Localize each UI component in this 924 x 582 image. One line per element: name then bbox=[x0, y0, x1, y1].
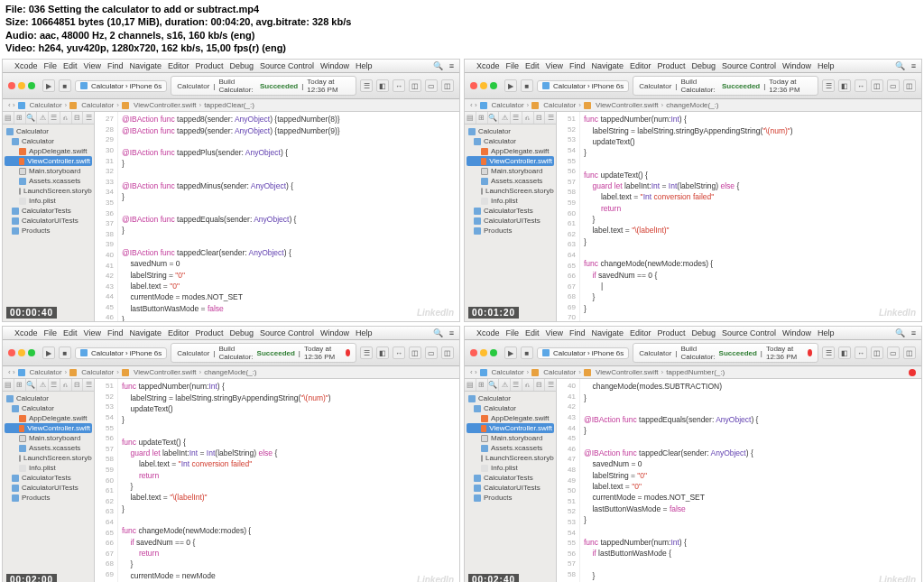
code-editor[interactable]: 27 28 29 30 31 32 33 34 35 36 37 38 39 4… bbox=[95, 112, 459, 321]
menu-extras-icon[interactable]: ≡ bbox=[449, 61, 454, 70]
watermark: LinkedIn bbox=[417, 308, 454, 318]
menu-file[interactable]: File bbox=[44, 61, 58, 70]
error-indicator-icon[interactable] bbox=[346, 349, 350, 356]
project-navigator[interactable]: ▤⊞🔍⚠☰⎌⊟☰ Calculator Calculator AppDelega… bbox=[3, 379, 95, 582]
window-controls[interactable] bbox=[8, 82, 35, 89]
menu-debug[interactable]: Debug bbox=[230, 61, 254, 70]
frame-timestamp: 00:01:20 bbox=[468, 307, 519, 319]
editor-standard-icon[interactable]: ☰ bbox=[360, 79, 373, 92]
code-editor[interactable]: 40 41 42 43 44 45 46 47 48 49 50 51 52 5… bbox=[557, 379, 921, 582]
folder-calculator[interactable]: Calculator bbox=[5, 136, 92, 146]
frame-c: XcodeFileEditViewFindNavigateEditorProdu… bbox=[2, 326, 460, 582]
file-assets[interactable]: Assets.xcassets bbox=[5, 176, 92, 186]
frame-timestamp: 00:00:40 bbox=[6, 307, 57, 319]
mac-menubar[interactable]: Xcode File Edit View Find Navigate Edito… bbox=[3, 60, 459, 73]
file-viewcontroller[interactable]: ViewController.swift bbox=[5, 156, 92, 166]
file-launchscreen[interactable]: LaunchScreen.storyboard bbox=[5, 186, 92, 196]
menu-source-control[interactable]: Source Control bbox=[260, 61, 314, 70]
run-button[interactable]: ▶ bbox=[504, 79, 517, 92]
activity-viewer: Calculator|Build Calculator:Succeeded|To… bbox=[171, 76, 356, 96]
code-content[interactable]: @IBAction func tapped8(sender: AnyObject… bbox=[118, 112, 459, 321]
stop-button[interactable]: ■ bbox=[59, 79, 71, 92]
run-button[interactable]: ▶ bbox=[42, 79, 55, 92]
menu-navigate[interactable]: Navigate bbox=[129, 61, 162, 70]
mac-menubar[interactable]: XcodeFileEditViewFindNavigateEditorProdu… bbox=[3, 327, 459, 340]
xcode-toolbar: ▶■ Calculator›iPhone 6s Calculator|Build… bbox=[465, 340, 921, 366]
xcode-toolbar: ▶■ Calculator›iPhone 6s Calculator|Build… bbox=[465, 73, 921, 99]
menu-view[interactable]: View bbox=[84, 61, 101, 70]
toggle-inspector-icon[interactable]: ◫ bbox=[441, 79, 454, 92]
frame-a: Xcode File Edit View Find Navigate Edito… bbox=[2, 59, 460, 322]
frame-d: XcodeFileEditViewFindNavigateEditorProdu… bbox=[464, 326, 922, 582]
menu-help[interactable]: Help bbox=[356, 61, 373, 70]
watermark: LinkedIn bbox=[417, 575, 454, 582]
project-navigator[interactable]: ▤⊞🔍⚠☰⎌⊟☰ Calculator Calculator AppDelega… bbox=[465, 112, 557, 321]
stop-button[interactable]: ■ bbox=[521, 79, 533, 92]
mac-menubar[interactable]: XcodeFileEditViewFindNavigateEditorProdu… bbox=[465, 327, 921, 340]
code-editor[interactable]: 51 52 53 54 55 56 57 58 59 60 61 62 63 6… bbox=[95, 379, 459, 582]
editor-version-icon[interactable]: ↔ bbox=[393, 79, 405, 92]
file-main-storyboard[interactable]: Main.storyboard bbox=[5, 166, 92, 176]
mac-menubar[interactable]: XcodeFileEditViewFindNavigateEditorProdu… bbox=[465, 60, 921, 73]
watermark: LinkedIn bbox=[879, 575, 916, 582]
error-indicator-icon[interactable] bbox=[909, 369, 916, 376]
frame-b: XcodeFileEditViewFindNavigateEditorProdu… bbox=[464, 59, 922, 322]
frame-timestamp: 00:02:40 bbox=[468, 574, 519, 582]
toggle-navigator-icon[interactable]: ◫ bbox=[409, 79, 421, 92]
frame-timestamp: 00:02:00 bbox=[6, 574, 57, 582]
menu-xcode[interactable]: Xcode bbox=[14, 61, 38, 70]
folder-products[interactable]: Products bbox=[5, 226, 92, 236]
scheme-selector[interactable]: Calculator›iPhone 6s bbox=[75, 80, 167, 92]
file-info-plist[interactable]: Info.plist bbox=[5, 196, 92, 206]
xcode-toolbar: ▶■ Calculator›iPhone 6s Calculator|Build… bbox=[3, 340, 459, 366]
menu-find[interactable]: Find bbox=[107, 61, 124, 70]
folder-uitests[interactable]: CalculatorUITests bbox=[5, 216, 92, 226]
menu-edit[interactable]: Edit bbox=[63, 61, 78, 70]
watermark: LinkedIn bbox=[879, 308, 916, 318]
search-icon[interactable]: 🔍 bbox=[433, 61, 443, 70]
project-navigator[interactable]: ▤⊞🔍⚠☰⎌⊟☰ Calculator Calculator AppDelega… bbox=[3, 112, 95, 321]
folder-tests[interactable]: CalculatorTests bbox=[5, 206, 92, 216]
menu-window[interactable]: Window bbox=[320, 61, 349, 70]
jump-bar[interactable]: ‹ › Calculator› Calculator› ViewControll… bbox=[3, 99, 459, 112]
xcode-toolbar: ▶ ■ Calculator›iPhone 6s Calculator|Buil… bbox=[3, 73, 459, 99]
project-root[interactable]: Calculator bbox=[5, 126, 92, 136]
toggle-debug-icon[interactable]: ▭ bbox=[425, 79, 438, 92]
file-metadata: File: 036 Setting the calculator to add … bbox=[0, 0, 924, 57]
jump-bar[interactable]: ‹ ›Calculator›Calculator›ViewController.… bbox=[465, 99, 921, 112]
editor-assistant-icon[interactable]: ◧ bbox=[376, 79, 389, 92]
error-indicator-icon[interactable] bbox=[808, 349, 812, 356]
video-frame-grid: Xcode File Edit View Find Navigate Edito… bbox=[0, 57, 924, 582]
menu-product[interactable]: Product bbox=[195, 61, 223, 70]
jump-bar[interactable]: ‹ ›Calculator›Calculator›ViewController.… bbox=[3, 366, 459, 379]
code-editor[interactable]: 51 52 53 54 55 56 57 58 59 60 61 62 63 6… bbox=[557, 112, 921, 321]
menu-editor[interactable]: Editor bbox=[168, 61, 189, 70]
project-navigator[interactable]: ▤⊞🔍⚠☰⎌⊟☰ Calculator Calculator AppDelega… bbox=[465, 379, 557, 582]
jump-bar[interactable]: ‹ ›Calculator›Calculator›ViewController.… bbox=[465, 366, 921, 379]
line-gutter: 27 28 29 30 31 32 33 34 35 36 37 38 39 4… bbox=[95, 112, 118, 321]
file-appdelegate[interactable]: AppDelegate.swift bbox=[5, 146, 92, 156]
search-icon[interactable]: 🔍 bbox=[895, 61, 905, 70]
